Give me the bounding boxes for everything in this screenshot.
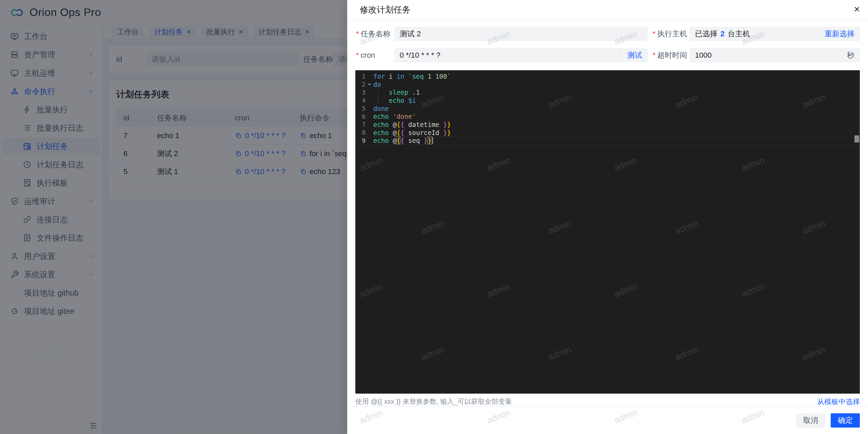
form-row-2: * cron 测试 * 超时时间 秒: [355, 48, 860, 62]
text-cursor: [432, 137, 433, 144]
overview-ruler-marker: [854, 135, 859, 143]
cron-input[interactable]: [400, 51, 615, 60]
code-text: echo @{{ datetime }}: [373, 121, 451, 128]
cron-test-button[interactable]: 测试: [620, 50, 642, 60]
select-from-template-link[interactable]: 从模板中选择: [817, 397, 860, 406]
drawer-body: * 任务名称 * 执行主机 已选择 2 台主机 重新选择 * cron: [347, 20, 868, 406]
task-name-field: [394, 27, 648, 41]
line-number: 1: [355, 73, 366, 80]
host-selected-prefix: 已选择: [695, 29, 717, 39]
code-lines: 1for i in `seq 1 100`2do3 sleep .14 echo…: [355, 70, 860, 145]
task-name-input[interactable]: [400, 30, 642, 38]
line-number: 7: [355, 121, 366, 128]
editor-hint-row: 使用 @{{ xxx }} 来替换参数, 输入_可以获取全部变量 从模板中选择: [355, 397, 860, 406]
edit-task-drawer: 修改计划任务 × * 任务名称 * 执行主机 已选择 2 台主机 重新选择: [347, 0, 868, 434]
code-text: done: [373, 105, 389, 112]
editor-hint: 使用 @{{ xxx }} 来替换参数, 输入_可以获取全部变量: [355, 397, 512, 406]
required-mark: *: [653, 30, 656, 38]
code-line: 2do: [355, 80, 860, 89]
command-code-editor[interactable]: 1for i in `seq 1 100`2do3 sleep .14 echo…: [355, 70, 860, 394]
line-number: 4: [355, 97, 366, 104]
reselect-hosts-link[interactable]: 重新选择: [825, 29, 854, 39]
drawer-header: 修改计划任务 ×: [347, 0, 868, 20]
timeout-field: 秒: [690, 48, 860, 62]
fold-chevron-icon[interactable]: [366, 82, 373, 87]
drawer-title: 修改计划任务: [360, 4, 411, 15]
required-mark: *: [356, 51, 359, 60]
host-label: * 执行主机: [653, 29, 690, 39]
line-number: 3: [355, 89, 366, 96]
code-text: echo @{{ sourceId }}: [373, 129, 451, 136]
code-line: 1for i in `seq 1 100`: [355, 72, 860, 80]
host-field[interactable]: 已选择 2 台主机 重新选择: [690, 27, 860, 41]
timeout-unit: 秒: [847, 50, 854, 60]
code-text: echo @{{ seq }}: [373, 137, 433, 144]
code-line: 3 sleep .1: [355, 88, 860, 96]
form-row-1: * 任务名称 * 执行主机 已选择 2 台主机 重新选择: [355, 27, 860, 41]
line-number: 2: [355, 81, 366, 88]
task-name-label: * 任务名称: [356, 29, 394, 39]
close-icon[interactable]: ×: [854, 4, 860, 14]
cron-field: 测试: [394, 48, 648, 62]
code-text: sleep .1: [373, 89, 420, 96]
drawer-footer: 取消 确定: [347, 406, 868, 434]
code-text: echo 'done': [373, 113, 416, 120]
code-line: 8echo @{{ sourceId }}: [355, 129, 860, 137]
line-number: 9: [355, 137, 366, 144]
code-line: 4 echo $i: [355, 96, 860, 105]
required-mark: *: [653, 51, 656, 60]
timeout-input[interactable]: [695, 51, 847, 60]
code-line: 7echo @{{ datetime }}: [355, 120, 860, 129]
confirm-button[interactable]: 确定: [831, 413, 860, 428]
line-number: 8: [355, 129, 366, 136]
required-mark: *: [356, 30, 359, 38]
cron-label: * cron: [356, 51, 394, 60]
cancel-button[interactable]: 取消: [796, 413, 825, 428]
code-line: 5done: [355, 105, 860, 113]
timeout-label: * 超时时间: [653, 50, 690, 60]
code-line: 6echo 'done': [355, 112, 860, 120]
code-line: 9echo @{{ seq }}: [355, 137, 860, 145]
code-text: do: [373, 81, 381, 88]
line-number: 6: [355, 113, 366, 120]
code-text: for i in `seq 1 100`: [373, 73, 451, 80]
code-text: echo $i: [373, 97, 416, 104]
host-selected-suffix: 台主机: [728, 29, 750, 39]
host-selected-count: 2: [721, 30, 725, 38]
indent-guide: [378, 89, 378, 105]
line-number: 5: [355, 105, 366, 112]
